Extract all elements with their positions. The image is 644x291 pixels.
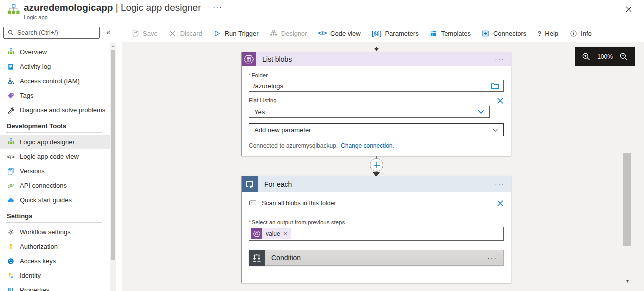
gear-icon	[7, 228, 15, 236]
card-menu-icon[interactable]: ···	[487, 254, 503, 262]
flat-listing-select[interactable]: Yes	[249, 106, 490, 118]
for-each-card[interactable]: For each ··· Scan all blobs in this fold…	[241, 176, 511, 283]
toolbar-label: Designer	[281, 30, 307, 37]
for-each-card-header[interactable]: For each ···	[242, 176, 511, 192]
sidebar-item-tags[interactable]: Tags	[0, 88, 110, 103]
scroll-up-icon[interactable]: ▲	[110, 43, 116, 49]
sidebar-item-activity-log[interactable]: Activity log	[0, 59, 110, 74]
output-token-input[interactable]: value ×	[249, 227, 504, 241]
info-icon	[569, 29, 577, 37]
versions-icon	[7, 167, 15, 175]
sidebar-item-label: Logic app designer	[20, 138, 75, 146]
blob-connector-icon	[242, 52, 256, 66]
toolbar-designer-button[interactable]: Designer	[264, 27, 313, 40]
help-icon: ?	[537, 29, 541, 37]
folder-input-wrap	[249, 80, 504, 92]
change-connection-link[interactable]: Change connection.	[341, 142, 394, 149]
sidebar-item-access-control[interactable]: Access control (IAM)	[0, 74, 110, 88]
sidebar-item-workflow-settings[interactable]: Workflow settings	[0, 225, 110, 239]
more-menu-icon[interactable]: ···	[213, 3, 223, 11]
toolbar-label: Help	[545, 30, 558, 37]
sidebar-item-overview[interactable]: Overview	[0, 45, 110, 59]
sidebar-item-label: Logic app code view	[20, 153, 79, 160]
add-parameter-combo[interactable]: Add new parameter	[249, 123, 504, 136]
folder-picker-icon[interactable]	[491, 82, 499, 90]
card-menu-icon[interactable]: ···	[495, 180, 511, 188]
sidebar-scrollbar-thumb[interactable]	[111, 50, 115, 260]
chevron-down-icon	[478, 108, 484, 116]
folder-input[interactable]	[249, 82, 491, 90]
scroll-down-icon[interactable]: ▼	[625, 279, 630, 284]
tag-icon	[7, 92, 15, 100]
designer-canvas[interactable]: List blobs ··· *Folder Flat Listing Yes	[122, 42, 644, 291]
card-menu-icon[interactable]: ···	[495, 55, 511, 63]
flat-listing-label-row: Flat Listing	[249, 97, 504, 105]
sidebar-item-access-keys[interactable]: Access keys	[0, 254, 110, 268]
sidebar-item-properties[interactable]: Properties	[0, 283, 110, 291]
value-token-chip[interactable]: value ×	[251, 228, 291, 239]
toolbar-connectors-button[interactable]: Connectors	[476, 27, 532, 40]
remove-comment-icon[interactable]	[497, 200, 504, 207]
token-label: value	[266, 230, 280, 237]
add-parameter-placeholder: Add new parameter	[254, 126, 311, 134]
remove-token-icon[interactable]: ×	[284, 230, 287, 237]
chevron-down-icon	[492, 126, 498, 134]
search-input[interactable]	[17, 29, 96, 36]
sidebar-item-authorization[interactable]: Authorization	[0, 239, 110, 254]
output-field-label: *Select an output from previous steps	[249, 219, 504, 225]
sidebar-search-row: «	[0, 25, 118, 42]
page-header: azuredemologicapp | Logic app designer··…	[0, 0, 644, 25]
sidebar-item-label: Diagnose and solve problems	[20, 106, 105, 114]
condition-card[interactable]: Condition ···	[249, 250, 504, 266]
toolbar-info-button[interactable]: Info	[564, 27, 597, 40]
page-title: azuredemologicapp | Logic app designer··…	[24, 2, 223, 13]
sidebar-item-quick-start-guides[interactable]: Quick start guides	[0, 193, 110, 207]
sidebar-item-versions[interactable]: Versions	[0, 164, 110, 178]
sidebar-scrollbar[interactable]: ▲	[110, 43, 116, 291]
toolbar-discard-button[interactable]: Discard	[163, 27, 208, 40]
sidebar-item-logic-app-designer[interactable]: Logic app designer	[0, 135, 110, 149]
key-icon	[7, 243, 15, 251]
toolbar-label: Connectors	[493, 30, 526, 37]
toolbar-run-trigger-button[interactable]: Run Trigger	[208, 27, 264, 40]
toolbar-help-button[interactable]: ? Help	[532, 27, 564, 40]
toolbar-templates-button[interactable]: Templates	[424, 27, 476, 40]
templates-icon	[430, 29, 438, 37]
toolbar-code-view-button[interactable]: </> Code view	[313, 27, 366, 40]
toolbar-label: Code view	[330, 30, 361, 37]
command-bar: Save Discard Run Trigger Designer </> Co…	[118, 25, 644, 42]
toolbar-label: Run Trigger	[225, 30, 259, 37]
zoom-in-button[interactable]	[581, 52, 591, 62]
toolbar-parameters-button[interactable]: [@] Parameters	[366, 27, 424, 40]
sidebar-item-identity[interactable]: Identity	[0, 268, 110, 283]
save-icon	[131, 29, 139, 37]
sidebar-item-label: Workflow settings	[20, 228, 71, 236]
properties-icon	[7, 286, 15, 291]
section-title-settings: Settings	[0, 207, 110, 222]
zoom-level: 100%	[597, 53, 613, 60]
toolbar-label: Discard	[180, 30, 202, 37]
required-asterisk: *	[249, 72, 251, 78]
code-icon: </>	[7, 153, 15, 161]
close-icon[interactable]	[624, 5, 633, 14]
connectors-icon	[482, 29, 490, 37]
section-divider	[6, 132, 102, 133]
add-step-button[interactable]	[370, 158, 383, 172]
zoom-out-button[interactable]	[619, 52, 629, 62]
toolbar-save-button[interactable]: Save	[126, 27, 163, 40]
list-blobs-card[interactable]: List blobs ··· *Folder Flat Listing Yes	[241, 52, 511, 156]
sidebar-item-diagnose[interactable]: Diagnose and solve problems	[0, 103, 110, 117]
remove-flat-listing-icon[interactable]	[497, 97, 504, 104]
flat-listing-value: Yes	[254, 108, 265, 116]
logic-app-icon	[7, 4, 20, 17]
condition-branch-icon	[249, 250, 265, 266]
sidebar-item-label: Access keys	[20, 257, 56, 265]
sidebar-item-api-connections[interactable]: API connections	[0, 178, 110, 193]
sidebar-item-logic-app-code-view[interactable]: </> Logic app code view	[0, 149, 110, 164]
sidebar-item-label: Overview	[20, 48, 47, 56]
app-window: azuredemologicapp | Logic app designer··…	[0, 0, 644, 291]
designer-icon	[270, 29, 278, 37]
sidebar-collapse-button[interactable]: «	[106, 28, 110, 36]
list-blobs-card-header[interactable]: List blobs ···	[242, 52, 511, 66]
canvas-scrollbar-thumb[interactable]	[623, 153, 631, 246]
